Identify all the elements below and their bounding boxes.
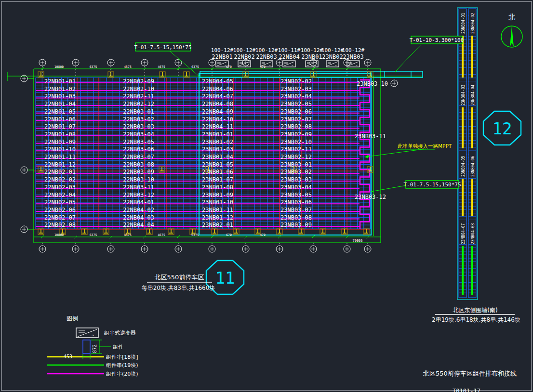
string-label: 23NB01-07 xyxy=(202,176,233,183)
dimension-text: 670 xyxy=(226,233,232,237)
strip-string-label: 23NB04-02 xyxy=(471,13,475,34)
string-label: 22NB04-01 xyxy=(123,199,154,206)
string-label: 23NB01-01 xyxy=(202,131,233,138)
legend-item-label: 组件串[18块] xyxy=(106,354,138,360)
east-wall-title-block: 北区东侧围墙(南) 2串19块,6串18块,共8串,共146块 xyxy=(432,307,520,323)
string-label: 22NB03-02 xyxy=(123,116,154,123)
string-label: 22NB03-04 xyxy=(123,131,154,138)
string-label: 23NB01-08 xyxy=(202,184,233,191)
string-label: 22NB03-08 xyxy=(123,161,154,168)
inverter-rating: 100-12# xyxy=(321,47,344,53)
strip-string-label: 23NB04-08 xyxy=(471,223,475,244)
edge-string-zigzag xyxy=(360,80,370,229)
inverter-rating: 100-12# xyxy=(255,47,278,53)
area-title: 北区550前停车区 xyxy=(155,274,204,281)
legend-items: 组件串[18块]组件串(19块)组件串(20块) xyxy=(47,354,138,377)
string-label: 22NB04-03 xyxy=(123,214,154,221)
north-arrow: 北 xyxy=(501,13,522,47)
inverter-name: 22NB01 xyxy=(212,53,232,60)
cad-viewport[interactable]: 1080010800637563754575457546754675637563… xyxy=(0,0,533,392)
string-label: 22NB02-05 xyxy=(44,199,76,206)
leader-line xyxy=(371,185,406,192)
dimension-text: 10800 xyxy=(54,65,64,69)
string-label: 23NB01-09 xyxy=(202,192,233,198)
string-label: 23NB02-05 xyxy=(280,101,312,107)
edge-string-wire xyxy=(360,80,370,229)
inverter-rating: 100-12# xyxy=(211,47,234,53)
module-height-dim: 872 xyxy=(92,344,97,353)
legend-item-label: 组件串(20块) xyxy=(106,371,138,377)
string-label: 22NB03-09 xyxy=(123,169,154,175)
string-label: 22NB03-07 xyxy=(123,154,154,160)
string-label: 22NB01-02 xyxy=(44,86,76,92)
footer-title-block: 北区550前停车区组件排布和接线 T0101-17 xyxy=(423,370,517,392)
string-label: 23NB02-07 xyxy=(280,116,312,123)
string-label: 23NB01-03 xyxy=(202,146,233,153)
cyan-beam xyxy=(200,71,423,78)
string-label: 22NB04-11 xyxy=(202,123,233,130)
string-label: 22NB02-01 xyxy=(44,169,76,175)
string-label: 23NB03-04 xyxy=(280,184,312,191)
string-label: 22NB03-05 xyxy=(123,139,154,145)
string-label: 23NB02-04 xyxy=(280,93,312,100)
area-summary: 每串20块,共83串,共1660块 xyxy=(142,285,215,291)
dimension-text: 6375 xyxy=(191,233,199,237)
string-label: 23NB01-04 xyxy=(202,154,233,160)
string-label: 23NB02-08 xyxy=(280,123,312,130)
inverter-name: 22NB03 xyxy=(256,53,277,60)
sheet-number-partial: T0101-17 xyxy=(453,388,480,392)
inverter-icon-wave: ~ xyxy=(247,64,249,67)
string-label: 22NB01-07 xyxy=(44,123,76,130)
string-label: 23NB03-03 xyxy=(280,176,312,183)
string-label: 23NB02-12 xyxy=(280,154,312,160)
string-label: 23NB01-05 xyxy=(202,161,233,168)
dimension-text: 4575 xyxy=(124,65,132,69)
string-label: 23NB02-01 xyxy=(202,222,233,228)
string-label: 22NB01-03 xyxy=(44,93,76,100)
inverter-icon-wave: ~ xyxy=(92,333,94,338)
module-icon xyxy=(83,340,90,353)
string-label: 22NB03-10 xyxy=(123,176,154,183)
truss-side-label: T-01-7.5-15,150*75 xyxy=(403,182,461,188)
inverter-headers: 100-12#22NB01~100-12#22NB02~100-12#22NB0… xyxy=(211,47,365,67)
string-label: 22NB03-03 xyxy=(123,123,154,130)
string-label: 22NB01-09 xyxy=(44,139,76,145)
inverter-icon-wave: ~ xyxy=(269,64,271,67)
truss-right-label: T-01-10-3,300*100 xyxy=(410,37,464,43)
string-label: 22NB01-10 xyxy=(44,146,76,153)
inverter-name: 22NB02 xyxy=(234,53,254,60)
balloon-number: 11 xyxy=(215,268,235,287)
string-label: 23NB02-11 xyxy=(280,146,312,153)
string-label: 22NB01-04 xyxy=(44,101,76,107)
string-label: 23NB03-02 xyxy=(280,169,312,175)
string-label: 22NB02-11 xyxy=(123,93,154,100)
leader-line xyxy=(170,51,200,77)
edge-string-label: 23NB03-10 xyxy=(357,80,388,87)
legend-title: 图例 xyxy=(67,315,78,322)
string-label: 22NB04-07 xyxy=(202,93,233,100)
dimension-text: 6375 xyxy=(90,233,97,237)
inverter-icon-wave: ~ xyxy=(225,64,227,67)
string-label: 22NB04-06 xyxy=(202,86,233,92)
dimension-text: 4675 xyxy=(158,233,165,237)
dimension-text: 470 xyxy=(260,233,266,237)
string-label: 22NB02-10 xyxy=(123,86,154,92)
detail-balloon-12: 12 xyxy=(483,111,521,145)
inverter-rating: 100-12# xyxy=(342,47,365,53)
string-label: 22NB02-12 xyxy=(123,101,154,107)
string-label: 22NB04-04 xyxy=(123,222,154,228)
east-wall-strip: 23NB04-0123NB04-0223NB04-0323NB04-0423NB… xyxy=(457,8,478,300)
inverter-icon-wave: ~ xyxy=(335,64,337,67)
cad-canvas[interactable]: 1080010800637563754575457546754675637563… xyxy=(0,0,533,392)
string-label: 23NB01-02 xyxy=(202,139,233,145)
string-label: 23NB01-11 xyxy=(202,207,233,213)
strip-string-label: 23NB04-07 xyxy=(461,223,466,244)
string-label: 22NB04-05 xyxy=(202,78,233,85)
leader-line xyxy=(365,149,426,157)
dimension-total: 79095 xyxy=(352,239,362,243)
string-label: 22NB01-11 xyxy=(44,154,76,160)
strip-string-label: 23NB04-01 xyxy=(461,13,466,34)
string-label: 22NB04-09 xyxy=(202,108,233,115)
string-label: 22NB03-01 xyxy=(123,108,154,115)
edge-string-label: 23NB03-12 xyxy=(355,194,386,200)
